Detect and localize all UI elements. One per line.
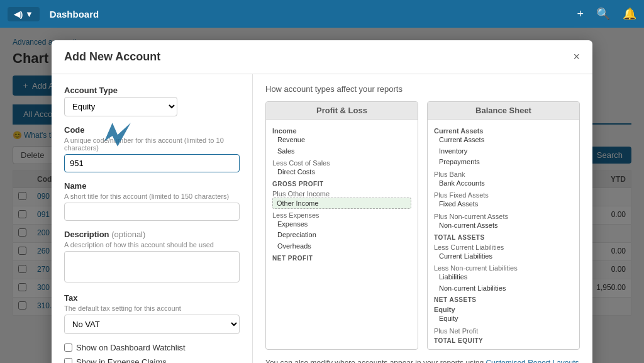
add-account-modal: Add New Account × Account Type Equity Re… [52,40,592,363]
tax-select[interactable]: No VAT 20% VAT on Expenses 20% VAT on In… [64,315,240,334]
income-label: Income [272,127,411,135]
expense-label: Show in Expense Claims [76,357,167,363]
plus-other-label: Plus Other Income [272,190,411,198]
report-boxes: Profit & Loss Income Revenue Sales Less … [265,101,580,350]
name-label: Name [64,181,240,191]
code-input[interactable] [64,154,240,172]
modal-body: Account Type Equity Revenue Current Asse… [52,74,592,363]
less-expenses-label: Less Expenses [272,211,411,219]
net-profit: NET PROFIT [272,255,411,262]
description-label: Description (optional) [64,230,240,239]
description-optional: (optional) [111,230,145,239]
balance-sheet-body: Current Assets Current Assets Inventory … [428,120,579,349]
profit-loss-title: Profit & Loss [266,102,418,120]
tax-label: Tax [64,293,240,303]
account-type-select[interactable]: Equity Revenue Current Assets [64,97,177,116]
description-hint: A description of how this account should… [64,241,240,249]
description-group: Description (optional) A description of … [64,230,240,284]
balance-sheet-title: Balance Sheet [428,102,579,120]
account-type-label: Account Type [64,86,240,95]
modal-form: Account Type Equity Revenue Current Asse… [52,74,253,363]
current-assets-label: Current Assets [434,127,573,135]
depreciation-item: Depreciation [272,230,411,241]
name-group: Name A short title for this account (lim… [64,181,240,221]
info-footer: You can also modify where accounts appea… [265,359,580,363]
tax-hint: The default tax setting for this account [64,304,240,312]
main-content: Advanced accounting › Chart of accounts … [0,28,644,363]
gross-profit: GROSS PROFIT [272,181,411,187]
watchlist-checkbox[interactable] [64,343,72,352]
nav-title: Dashboard [50,9,99,20]
modal-overlay: Add New Account × Account Type Equity Re… [0,28,644,363]
less-cost-label: Less Cost of Sales [272,159,411,167]
expense-item: Expenses [272,219,411,230]
modal-title: Add New Account [64,50,160,64]
code-label: Code [64,125,240,135]
balance-sheet-box: Balance Sheet Current Assets Current Ass… [427,101,580,350]
name-input[interactable] [64,203,240,221]
description-input[interactable] [64,251,240,282]
direct-costs: Direct Costs [272,167,411,178]
modal-close-button[interactable]: × [573,50,580,64]
income-sales: Sales [272,146,411,157]
top-navigation: ◀) ▼ Dashboard + 🔍 🔔 [0,0,644,28]
info-panel-title: How account types affect your reports [265,84,580,94]
other-income-highlighted: Other Income [272,198,411,209]
income-revenue: Revenue [272,135,411,146]
checkbox-expense: Show in Expense Claims [64,357,240,363]
modal-header: Add New Account × [52,40,592,74]
customised-layouts-link[interactable]: Customised Report Layouts [486,359,579,363]
checkbox-watchlist: Show on Dashboard Watchlist [64,343,240,352]
name-hint: A short title for this account (limited … [64,193,240,200]
expense-checkbox[interactable] [64,358,72,363]
info-panel: How account types affect your reports Pr… [253,74,592,363]
profit-loss-box: Profit & Loss Income Revenue Sales Less … [265,101,418,350]
profit-loss-body: Income Revenue Sales Less Cost of Sales … [266,120,418,267]
code-hint: A unique code/number for this account (l… [64,137,240,152]
watchlist-label: Show on Dashboard Watchlist [76,343,186,352]
overheads-item: Overheads [272,241,411,252]
add-icon[interactable]: + [577,8,584,21]
tax-group: Tax The default tax setting for this acc… [64,293,240,334]
account-type-group: Account Type Equity Revenue Current Asse… [64,86,240,116]
nav-logo[interactable]: ◀) ▼ [8,7,40,21]
code-group: Code A unique code/number for this accou… [64,125,240,172]
bell-icon[interactable]: 🔔 [623,7,636,21]
search-nav-icon[interactable]: 🔍 [596,7,610,21]
